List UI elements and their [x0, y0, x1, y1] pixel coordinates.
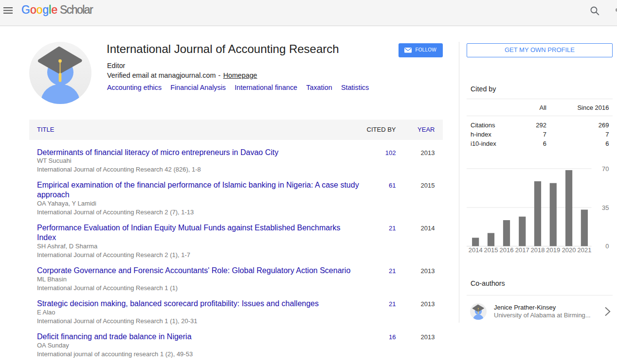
- svg-text:2016: 2016: [500, 246, 514, 254]
- svg-text:2019: 2019: [546, 246, 560, 254]
- svg-text:2018: 2018: [531, 246, 545, 254]
- svg-text:2020: 2020: [562, 246, 576, 254]
- svg-text:0: 0: [605, 243, 609, 250]
- svg-text:2021: 2021: [577, 246, 591, 254]
- svg-text:35: 35: [602, 204, 609, 211]
- svg-text:2014: 2014: [469, 246, 483, 254]
- svg-text:2017: 2017: [515, 246, 529, 254]
- svg-text:70: 70: [602, 165, 609, 173]
- svg-text:2015: 2015: [484, 246, 498, 254]
